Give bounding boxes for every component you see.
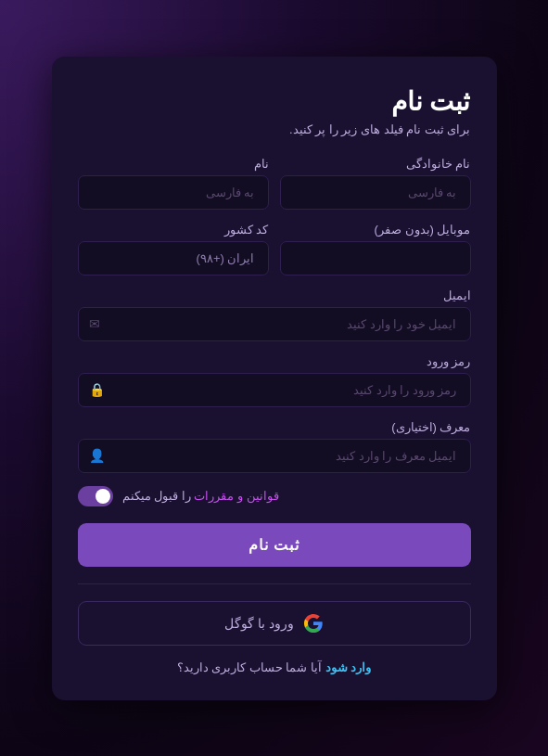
first-name-label: نام [78,157,269,171]
google-button[interactable]: ورود با گوگل [78,601,471,646]
terms-toggle[interactable] [78,486,113,506]
referrer-input[interactable] [78,439,471,473]
country-code-input[interactable] [78,241,269,275]
login-row: وارد شود آیا شما حساب کاربری دارید؟ [78,660,471,674]
last-name-input[interactable] [280,175,471,210]
toggle-knob [96,489,110,504]
google-button-label: ورود با گوگل [224,616,294,631]
last-name-label: نام خانوادگی [280,157,471,171]
login-link[interactable]: وارد شود [325,660,372,674]
page-subtitle: برای ثبت نام فیلد های زیر را پر کنید. [78,122,471,136]
first-name-input[interactable] [78,175,269,210]
terms-suffix: را قبول میکنم [122,489,191,503]
page-title: ثبت نام [78,86,471,117]
referrer-label: معرف (اختیاری) [78,420,471,434]
login-question: آیا شما حساب کاربری دارید؟ [177,660,322,674]
terms-link[interactable]: قوانین و مقررات [194,489,278,503]
mobile-input[interactable] [280,241,471,275]
mobile-label: موبایل (بدون صفر) [280,223,471,237]
terms-text: قوانین و مقررات را قبول میکنم [122,489,279,503]
registration-card: ثبت نام برای ثبت نام فیلد های زیر را پر … [52,57,497,700]
email-label: ایمیل [78,288,471,302]
register-button[interactable]: ثبت نام [78,523,471,567]
terms-row: قوانین و مقررات را قبول میکنم [78,486,471,506]
divider [78,583,471,584]
email-input[interactable] [78,307,471,341]
password-input[interactable] [78,373,471,407]
password-label: رمز ورود [78,354,471,368]
country-code-label: کد کشور [78,223,269,237]
google-icon [303,613,324,634]
